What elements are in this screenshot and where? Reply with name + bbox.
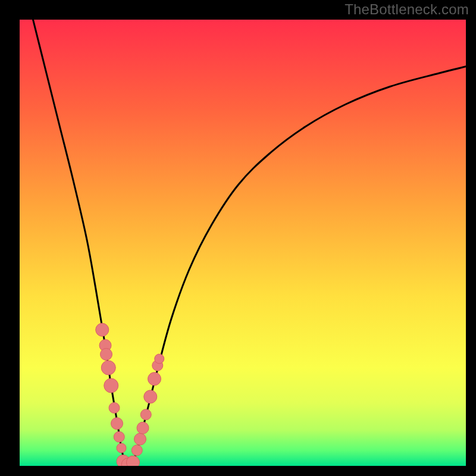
marker-left — [109, 403, 120, 414]
marker-right — [137, 422, 149, 434]
marker-right — [131, 445, 142, 456]
marker-right — [155, 354, 164, 364]
marker-left — [101, 361, 115, 375]
marker-left — [117, 443, 126, 453]
marker-left — [104, 378, 118, 393]
marker-bottom — [127, 456, 140, 466]
marker-right — [134, 433, 146, 445]
marker-left — [111, 418, 123, 430]
marker-left — [114, 431, 124, 442]
marker-left — [96, 323, 109, 336]
marker-right — [144, 390, 157, 403]
marker-left — [101, 349, 112, 361]
marker-right — [148, 372, 161, 386]
chart-frame: TheBottleneck.com — [0, 0, 476, 476]
chart-svg — [20, 20, 466, 466]
plot-area — [20, 20, 466, 466]
watermark-text: TheBottleneck.com — [345, 1, 469, 18]
bottleneck-curve — [33, 20, 466, 466]
marker-right — [140, 409, 151, 420]
